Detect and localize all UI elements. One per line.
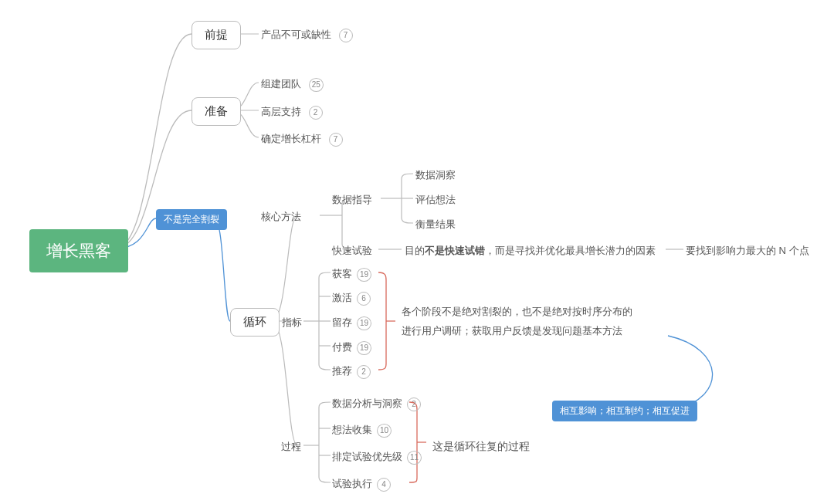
mindmap-canvas: 增长黑客 前提 产品不可或缺性 7 准备 组建团队 25 高层支持 2 确定增长… xyxy=(0,0,834,504)
count-badge: 2 xyxy=(357,365,371,379)
count-badge: 2 xyxy=(309,106,323,120)
node-fast-test[interactable]: 快速试验 xyxy=(332,244,372,258)
count-badge: 19 xyxy=(357,316,371,330)
count-badge: 19 xyxy=(357,341,371,355)
leaf-prepare-2[interactable]: 确定增长杠杆 7 xyxy=(261,132,343,147)
node-prepare[interactable]: 准备 xyxy=(192,97,241,126)
edge-note-loop[interactable]: 不是完全割裂 xyxy=(156,209,227,230)
process-group-note: 这是循环往复的过程 xyxy=(432,436,530,457)
node-loop-label: 循环 xyxy=(243,315,266,328)
count-badge: 25 xyxy=(309,78,324,92)
count-badge: 10 xyxy=(377,424,392,438)
leaf-proc-1[interactable]: 想法收集10 xyxy=(332,423,392,438)
leaf-metric-4[interactable]: 推荐2 xyxy=(332,364,371,379)
count-badge: 2 xyxy=(407,397,421,411)
count-badge: 6 xyxy=(357,292,371,306)
leaf-proc-3[interactable]: 试验执行4 xyxy=(332,477,391,492)
leaf-fast-test-detail[interactable]: 目的不是快速试错，而是寻找并优化最具增长潜力的因素 xyxy=(405,244,656,258)
leaf-metric-3[interactable]: 付费19 xyxy=(332,340,371,355)
count-badge: 4 xyxy=(377,478,391,492)
root-node[interactable]: 增长黑客 xyxy=(29,229,128,272)
count-badge: 19 xyxy=(357,268,371,282)
leaf-prepare-0[interactable]: 组建团队 25 xyxy=(261,77,324,92)
leaf-dd-1[interactable]: 评估想法 xyxy=(415,193,456,207)
leaf-dd-2[interactable]: 衡量结果 xyxy=(415,218,456,232)
metrics-group-note: 各个阶段不是绝对割裂的，也不是绝对按时序分布的 进行用户调研；获取用户反馈是发现… xyxy=(402,303,632,340)
count-badge: 7 xyxy=(329,133,343,147)
node-prepare-label: 准备 xyxy=(205,104,228,117)
leaf-proc-2[interactable]: 排定试验优先级11 xyxy=(332,450,422,465)
count-badge: 11 xyxy=(407,451,422,465)
root-label: 增长黑客 xyxy=(46,242,111,259)
leaf-metric-0[interactable]: 获客19 xyxy=(332,267,371,282)
node-loop[interactable]: 循环 xyxy=(230,308,280,337)
count-badge: 7 xyxy=(339,29,353,42)
node-data-driven[interactable]: 数据指导 xyxy=(332,193,372,207)
node-core-method[interactable]: 核心方法 xyxy=(261,210,301,224)
leaf-dd-0[interactable]: 数据洞察 xyxy=(415,168,456,182)
leaf-proc-0[interactable]: 数据分析与洞察2 xyxy=(332,397,421,411)
leaf-metric-2[interactable]: 留存19 xyxy=(332,316,371,330)
leaf-premise-0[interactable]: 产品不可或缺性 7 xyxy=(261,28,353,42)
node-metrics[interactable]: 指标 xyxy=(282,316,302,330)
node-premise[interactable]: 前提 xyxy=(192,21,241,49)
leaf-metric-1[interactable]: 激活6 xyxy=(332,291,371,306)
leaf-prepare-1[interactable]: 高层支持 2 xyxy=(261,105,323,120)
metrics-group-tag[interactable]: 相互影响；相互制约；相互促进 xyxy=(552,401,697,421)
node-process[interactable]: 过程 xyxy=(281,440,301,454)
node-premise-label: 前提 xyxy=(205,28,228,41)
leaf-fast-test-right[interactable]: 要找到影响力最大的 N 个点 xyxy=(686,244,809,258)
